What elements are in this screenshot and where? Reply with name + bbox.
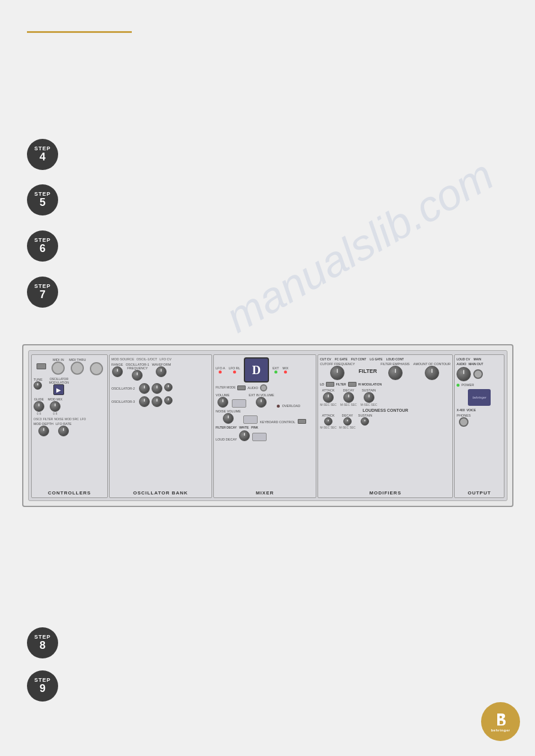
filter-hi-toggle[interactable]: [348, 382, 356, 387]
usb-port[interactable]: [37, 363, 46, 369]
decay-knob[interactable]: [343, 392, 354, 403]
controllers-section: MIDI IN MIDI THRU TUNE: [31, 354, 108, 498]
loud-decay-btn[interactable]: [252, 433, 267, 441]
power-led: [457, 384, 460, 387]
fc-gate-label: FC GATE: [335, 357, 347, 361]
cutoff-knob[interactable]: [330, 366, 344, 380]
ext-in-vol-knob[interactable]: [256, 397, 267, 408]
lfo-a-led: [219, 371, 222, 374]
osc3-knob2[interactable]: [152, 396, 162, 407]
osc3-knob3[interactable]: [164, 396, 173, 405]
tune-knob[interactable]: [34, 381, 42, 390]
phones-jack[interactable]: [459, 417, 468, 427]
osc2-knob2[interactable]: [152, 383, 162, 394]
step-number: 4: [40, 151, 46, 163]
attack-knob[interactable]: [323, 392, 334, 403]
glide-knob[interactable]: [34, 401, 44, 412]
loud-cv-label: LOUD CV: [457, 357, 470, 361]
loud-cont-label: LOUD CONT: [386, 357, 404, 361]
amount-contour-knob[interactable]: [425, 366, 439, 380]
loud-decay-knob[interactable]: [239, 430, 250, 441]
noise-btn[interactable]: [243, 415, 258, 424]
filter-emphasis-knob[interactable]: [388, 366, 403, 380]
lc-decay-range: M-SEC SEC: [339, 426, 356, 429]
step-number: 9: [40, 683, 46, 695]
behringer-badge: behringer: [468, 389, 491, 406]
output-label: OUTPUT: [455, 490, 504, 496]
ext-in-btn[interactable]: [232, 399, 246, 408]
oscillator-modulation-button[interactable]: ▶: [53, 384, 64, 395]
range-knob[interactable]: [112, 366, 123, 377]
midi-in-port[interactable]: [52, 362, 65, 375]
filter-mode-label: FILTER MODE: [216, 386, 235, 390]
glide-range: 0 8: [37, 412, 41, 415]
midi-in-area: MIDI IN: [52, 358, 65, 375]
filter-decay-label: FILTER DECAY: [216, 426, 237, 429]
step-number: 8: [40, 640, 46, 652]
lfo-rl-led: [233, 371, 236, 374]
osc-mod-label: OSCILLATOR MODULATION: [49, 378, 69, 384]
osc2-knob1[interactable]: [139, 383, 150, 394]
behringer-logo: behringer: [481, 702, 520, 741]
cutcv-label: CUT CV: [320, 357, 331, 361]
synth-panel-inner: MIDI IN MIDI THRU TUNE: [28, 350, 507, 501]
osc1-freq-knob[interactable]: [132, 370, 143, 381]
usb-port-area: [35, 362, 47, 371]
ext-led: [274, 371, 277, 374]
lg-gate-label: LG GATE: [370, 357, 382, 361]
mix-label: MIX: [283, 366, 289, 370]
oscillator-bank-label: OSCILLATOR BANK: [110, 490, 211, 496]
filter-title: FILTER: [358, 368, 377, 374]
filter-label: FILTER: [336, 382, 346, 386]
main-out-jack[interactable]: [473, 369, 483, 379]
mod-mix-range: 0 8: [53, 412, 58, 415]
lfo-rate-knob[interactable]: [58, 426, 69, 436]
oscillator-bank-section: MOD SOURCE OSCIL-1/OCT LFO CV RANGE OSCI…: [109, 354, 212, 498]
lc-sustain-knob[interactable]: [361, 417, 369, 426]
output-section: LOUD CV MAIN AUDIO MAIN OUT POWER: [454, 354, 504, 498]
step-8-badge: STEP 8: [27, 627, 58, 658]
midi-thru-port[interactable]: [71, 362, 84, 375]
lfo-rl-label: LFO RL: [229, 366, 240, 370]
lc-attack-knob[interactable]: [324, 417, 333, 426]
mod-mix-knob[interactable]: [50, 401, 61, 412]
sustain-knob[interactable]: [364, 392, 374, 403]
osc1-freq-label: OSCILLATOR-1 FREQUENCY: [125, 363, 149, 370]
noise-label-sm: NOISE: [54, 417, 64, 421]
volume-knob[interactable]: [217, 397, 228, 408]
loudness-contour-title: LOUDNESS CONTOUR: [320, 408, 451, 412]
lc-decay-knob[interactable]: [343, 417, 352, 426]
filt-cont-label: FILT CONT: [351, 357, 366, 361]
keyboard-control-toggle[interactable]: [298, 419, 306, 424]
mod-depth-knob[interactable]: [38, 426, 49, 436]
lfo-label-sm: LFO: [80, 417, 86, 421]
lfo-cv-label: LFO CV: [159, 357, 171, 361]
noise-vol-knob[interactable]: [223, 413, 234, 424]
waveform-knob[interactable]: [156, 366, 167, 377]
overload-led: [277, 405, 280, 408]
midi-extra-port[interactable]: [90, 362, 103, 375]
step-4-badge: STEP 4: [27, 139, 58, 170]
step-6-badge: STEP 6: [27, 230, 58, 262]
behringer-logo-icon: [492, 711, 509, 728]
audio-out-label: AUDIO: [457, 362, 466, 366]
lo-filter-hi-toggle[interactable]: [326, 382, 334, 387]
controllers-label: CONTROLLERS: [32, 490, 107, 496]
loud-decay-label: LOUD DECAY: [216, 438, 237, 441]
main-label-top: MAIN: [474, 357, 482, 361]
osc3-knob1[interactable]: [139, 396, 150, 407]
sustain-range: M-SEC SEC: [361, 403, 377, 406]
audio-jack[interactable]: [260, 384, 267, 391]
synthesizer-panel: MIDI IN MIDI THRU TUNE: [22, 344, 513, 507]
behringer-logo-text: behringer: [491, 728, 510, 732]
osc3-section-label: OSCILLATOR-3: [111, 400, 135, 403]
modifiers-section: CUT CV FC GATE FILT CONT LG GATE LOUD CO…: [318, 354, 453, 498]
volume-output-knob[interactable]: [457, 367, 471, 381]
overload-label: OVERLOAD: [282, 404, 301, 408]
voice-label: VOICE: [467, 408, 476, 412]
x400-label: X-400: [457, 408, 464, 412]
filter-mode-toggle[interactable]: [237, 385, 246, 390]
d-button[interactable]: D: [244, 357, 269, 382]
osc2-knob3[interactable]: [164, 383, 173, 391]
watermark-text: manualslib.com: [217, 150, 501, 342]
